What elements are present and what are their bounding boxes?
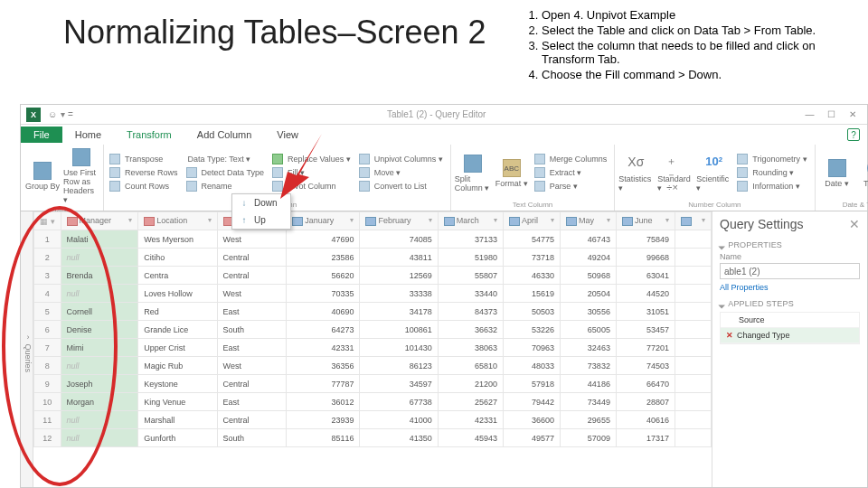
move-button[interactable]: Move ▾: [357, 166, 447, 179]
window-title: Table1 (2) - Query Editor: [73, 109, 800, 119]
chevron-right-icon: ›: [27, 333, 30, 342]
transpose-button[interactable]: Transpose: [108, 153, 182, 165]
save-dropdown-icon[interactable]: ▾ =: [61, 109, 73, 119]
rename-button[interactable]: Rename: [184, 180, 268, 192]
detect-type-button[interactable]: Detect Data Type: [184, 166, 268, 179]
smiley-icon: ☺: [48, 109, 57, 119]
column-header[interactable]: February▾: [360, 212, 438, 230]
standard-button[interactable]: ＋－÷×Standard ▾: [657, 153, 693, 192]
table-row[interactable]: 9JosephKeystoneCentral777873459721200579…: [34, 375, 712, 393]
column-header[interactable]: Location▾: [138, 212, 217, 230]
statistics-button[interactable]: ΧσStatistics ▾: [618, 153, 655, 192]
fill-up-item[interactable]: ↑Up: [232, 211, 290, 229]
help-button[interactable]: ?: [847, 128, 860, 141]
column-header[interactable]: March▾: [438, 212, 503, 230]
instructions: Open 4. Unpivot ExampleSelect the Table …: [520, 7, 841, 82]
split-column-button[interactable]: Split Column ▾: [455, 153, 491, 192]
queries-rail[interactable]: › Queries: [21, 211, 33, 487]
parse-button[interactable]: Parse ▾: [533, 180, 611, 192]
app-icon: X: [26, 108, 41, 122]
group-label: Number Column: [618, 199, 810, 209]
minimize-button[interactable]: —: [799, 109, 819, 119]
tab-home[interactable]: Home: [62, 127, 114, 143]
table-row[interactable]: 2nullCitihoCentral2358643811519807371849…: [34, 249, 712, 267]
table-row[interactable]: 12nullGunforthSouth851164135045943495775…: [34, 429, 712, 447]
group-by-button[interactable]: Group By: [24, 160, 61, 191]
table-row[interactable]: 1MalatiWes MyersonWest476907408537133547…: [34, 230, 712, 249]
query-editor-window: X ☺ ▾ = Table1 (2) - Query Editor — ☐ ✕ …: [20, 104, 868, 488]
column-header[interactable]: ▾: [675, 212, 711, 230]
tab-file[interactable]: File: [21, 127, 62, 143]
applied-step[interactable]: Source: [721, 313, 859, 328]
ribbon-group-datetime-column: Date ▾ Time ▾ Duration ▾ Date & Time Col…: [816, 145, 868, 211]
tab-add-column[interactable]: Add Column: [184, 127, 265, 143]
table-row[interactable]: 5CornellRedEast4069034178843735050330556…: [34, 303, 712, 321]
data-type-button[interactable]: Data Type: Text ▾: [184, 153, 268, 165]
unpivot-columns-button[interactable]: Unpivot Columns ▾: [357, 153, 447, 165]
close-panel-button[interactable]: ✕: [849, 217, 860, 231]
trigonometry-button[interactable]: Trigonometry ▾: [735, 153, 810, 165]
instruction-item: Select the Table and click on Data Tab >…: [542, 23, 841, 38]
callout-arrow: [268, 134, 322, 201]
settings-title: Query Settings: [720, 217, 804, 231]
maximize-button[interactable]: ☐: [822, 109, 841, 119]
ribbon-group-number-column: ΧσStatistics ▾ ＋－÷×Standard ▾ 10²Scienti…: [615, 145, 815, 211]
table-row[interactable]: 8nullMagic RubWest3635686123658104803373…: [34, 357, 712, 375]
group-label: Date & Time Column: [819, 199, 868, 209]
convert-to-list-button[interactable]: Convert to List: [357, 180, 447, 192]
scientific-button[interactable]: 10²Scientific ▾: [696, 153, 732, 192]
ribbon-tabs: File Home Transform Add Column View ?: [21, 125, 867, 145]
instruction-item: Select the column that needs to be fille…: [542, 38, 841, 67]
name-label: Name: [720, 252, 860, 261]
applied-step[interactable]: ✕Changed Type: [721, 328, 859, 343]
close-button[interactable]: ✕: [844, 109, 862, 119]
table-row[interactable]: 7MimiUpper CristEast42331101430380637096…: [34, 339, 712, 357]
instruction-item: Choose the Fill command > Down.: [542, 67, 841, 82]
column-header[interactable]: January▾: [287, 212, 360, 230]
table-row[interactable]: 10MorganKing VenueEast360126773825627794…: [34, 393, 712, 411]
rounding-button[interactable]: Rounding ▾: [735, 166, 810, 179]
first-row-headers-button[interactable]: Use First Row as Headers ▾: [63, 146, 99, 204]
svg-marker-0: [280, 134, 322, 199]
format-button[interactable]: ABCFormat ▾: [494, 157, 530, 188]
applied-steps-label: APPLIED STEPS: [720, 299, 860, 308]
information-button[interactable]: Information ▾: [735, 180, 810, 192]
slide-title: Normalizing Tables–Screen 2: [63, 14, 486, 51]
ribbon-group-text-column: Split Column ▾ ABCFormat ▾ Merge Columns…: [451, 145, 616, 211]
extract-button[interactable]: Extract ▾: [533, 166, 611, 179]
table-row[interactable]: 6DeniseGrande LiceSouth64273100861366325…: [34, 321, 712, 339]
tab-transform[interactable]: Transform: [114, 127, 184, 143]
corner-header[interactable]: ▦ ▾: [34, 212, 61, 230]
column-header[interactable]: April▾: [503, 212, 560, 230]
data-grid[interactable]: ▦ ▾Manager▾Location▾Region▾January▾Febru…: [33, 211, 712, 487]
ribbon: Group By Use First Row as Headers ▾ Tabl…: [21, 145, 867, 211]
applied-steps: Source✕Changed Type: [720, 312, 860, 344]
all-properties-link[interactable]: All Properties: [720, 283, 860, 292]
date-button[interactable]: Date ▾: [819, 157, 855, 188]
table-row[interactable]: 3BrendaCentraCentral56620125695580746330…: [34, 267, 712, 285]
time-button[interactable]: Time ▾: [858, 157, 868, 188]
properties-label: PROPERTIES: [720, 240, 860, 249]
group-label: Text Column: [455, 199, 611, 209]
column-header[interactable]: Manager▾: [61, 212, 138, 230]
reverse-rows-button[interactable]: Reverse Rows: [108, 166, 182, 179]
ribbon-group-table: Group By Use First Row as Headers ▾ Tabl…: [21, 145, 104, 211]
query-settings-panel: Query Settings✕ PROPERTIES Name All Prop…: [712, 211, 867, 487]
table-row[interactable]: 11nullMarshallCentral2393941000423313660…: [34, 411, 712, 429]
query-name-input[interactable]: [720, 263, 860, 279]
count-rows-button[interactable]: Count Rows: [108, 180, 182, 192]
titlebar: X ☺ ▾ = Table1 (2) - Query Editor — ☐ ✕: [21, 105, 867, 125]
instruction-item: Open 4. Unpivot Example: [542, 7, 841, 23]
column-header[interactable]: May▾: [561, 212, 617, 230]
column-header[interactable]: June▾: [616, 212, 675, 230]
merge-columns-button[interactable]: Merge Columns: [533, 153, 611, 165]
table-row[interactable]: 4nullLoves HollowWest7033533338334401561…: [34, 285, 712, 303]
